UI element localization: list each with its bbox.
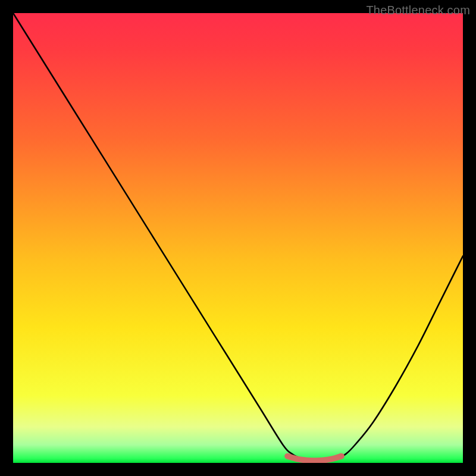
plot-area bbox=[13, 13, 463, 463]
highlight-bottom bbox=[287, 456, 342, 461]
curve-svg bbox=[13, 13, 463, 463]
bottleneck-curve bbox=[13, 13, 463, 461]
chart-stage: TheBottleneck.com bbox=[0, 0, 476, 476]
watermark-text: TheBottleneck.com bbox=[366, 4, 470, 17]
